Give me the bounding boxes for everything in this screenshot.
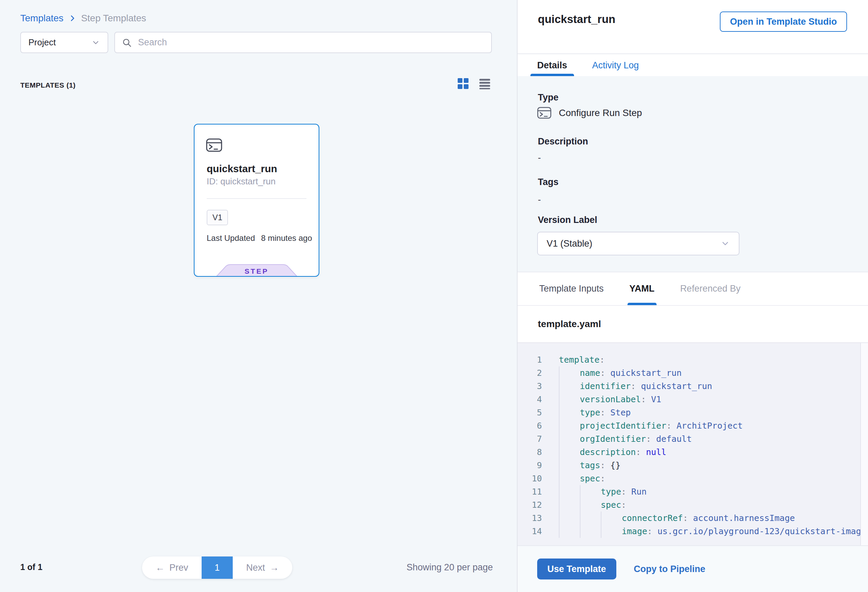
yaml-scrollbar[interactable]: [860, 343, 868, 545]
breadcrumb-templates-link[interactable]: Templates: [20, 13, 63, 24]
yaml-line: 9tags: {}: [518, 459, 868, 472]
panel-header: quickstart_run Open in Template Studio: [518, 0, 868, 54]
yaml-line: 7orgIdentifier: default: [518, 433, 868, 446]
type-value-row: Configure Run Step: [537, 106, 642, 119]
yaml-editor: 1template:2name: quickstart_run3identifi…: [518, 343, 868, 545]
panel-footer: Use Template Copy to Pipeline: [518, 545, 868, 592]
page-1-button[interactable]: 1: [202, 557, 233, 579]
updated-label: Last Updated: [207, 233, 255, 243]
search-box: [114, 32, 492, 53]
details-body: Type Configure Run Step Description - Ta…: [518, 76, 868, 272]
yaml-line: 3identifier: quickstart_run: [518, 379, 868, 393]
step-ribbon-label: STEP: [216, 267, 297, 275]
tags-value: -: [538, 195, 541, 205]
prev-page-button[interactable]: ← Prev: [142, 557, 202, 579]
tab-template-inputs[interactable]: Template Inputs: [537, 272, 606, 305]
description-value: -: [538, 152, 541, 163]
detail-subtabs: Template Inputs YAML Referenced By: [518, 272, 868, 306]
copy-to-pipeline-link[interactable]: Copy to Pipeline: [634, 564, 706, 574]
type-label: Type: [538, 92, 558, 103]
arrow-right-icon: →: [270, 562, 279, 573]
open-in-template-studio-button[interactable]: Open in Template Studio: [720, 12, 847, 32]
tab-yaml[interactable]: YAML: [627, 272, 657, 305]
view-toggles: [457, 78, 490, 89]
updated-value: 8 minutes ago: [261, 233, 312, 243]
tags-label: Tags: [538, 177, 558, 187]
panel-title: quickstart_run: [538, 13, 615, 26]
yaml-line: 2name: quickstart_run: [518, 366, 868, 379]
chevron-down-icon: [92, 38, 100, 47]
description-label: Description: [538, 136, 588, 147]
tab-yaml-label: YAML: [629, 283, 655, 294]
version-badge: V1: [207, 210, 228, 225]
arrow-left-icon: ←: [156, 562, 165, 573]
search-input[interactable]: [137, 37, 484, 48]
tab-activity-log[interactable]: Activity Log: [586, 55, 646, 76]
yaml-line: 1template:: [518, 353, 868, 366]
scope-select-value: Project: [28, 37, 56, 48]
card-updated: Last Updated 8 minutes ago: [207, 233, 312, 243]
template-details-panel: quickstart_run Open in Template Studio D…: [517, 0, 868, 592]
version-select-value: V1 (Stable): [547, 239, 592, 249]
yaml-line: 5type: Step: [518, 406, 868, 419]
version-label: Version Label: [538, 215, 597, 225]
per-page-info: Showing 20 per page: [372, 562, 493, 573]
terminal-icon: [537, 106, 551, 119]
type-value: Configure Run Step: [559, 108, 642, 118]
breadcrumb-current: Step Templates: [81, 13, 146, 24]
use-template-button[interactable]: Use Template: [537, 558, 616, 579]
active-tab-underline: [530, 74, 574, 76]
terminal-icon: [206, 138, 222, 154]
yaml-line: 10spec:: [518, 472, 868, 485]
yaml-line: 13connectorRef: account.harnessImage: [518, 511, 868, 525]
tab-details-label: Details: [537, 60, 567, 71]
pagination: ← Prev 1 Next →: [142, 557, 292, 579]
template-card[interactable]: quickstart_run ID: quickstart_run V1 Las…: [194, 124, 319, 277]
chevron-down-icon: [720, 239, 730, 248]
yaml-line: 12spec:: [518, 498, 868, 511]
yaml-line: 11type: Run: [518, 485, 868, 498]
template-list-panel: Templates Step Templates Project TEMPLAT…: [0, 0, 517, 592]
yaml-line: 8description: null: [518, 446, 868, 459]
templates-page: Templates Step Templates Project TEMPLAT…: [0, 0, 868, 592]
yaml-file-name: template.yaml: [538, 319, 601, 329]
breadcrumb: Templates Step Templates: [20, 13, 146, 24]
tab-referenced-by[interactable]: Referenced By: [678, 272, 743, 305]
scope-select[interactable]: Project: [20, 32, 108, 53]
pagination-summary: 1 of 1: [20, 562, 42, 572]
breadcrumb-chevron-icon: [68, 14, 77, 22]
yaml-line: 14image: us.gcr.io/playground-123/quicks…: [518, 525, 868, 538]
next-label: Next: [246, 562, 265, 573]
yaml-line: 6projectIdentifier: ArchitProject: [518, 419, 868, 433]
tab-details[interactable]: Details: [530, 55, 574, 76]
card-divider: [207, 198, 307, 199]
step-ribbon: STEP: [216, 264, 297, 277]
filter-bar: Project: [20, 32, 492, 53]
yaml-code: 1template:2name: quickstart_run3identifi…: [518, 343, 868, 538]
card-title: quickstart_run: [207, 163, 277, 174]
yaml-file-header: template.yaml: [518, 306, 868, 343]
prev-label: Prev: [170, 562, 188, 573]
version-select[interactable]: V1 (Stable): [537, 232, 740, 255]
next-page-button[interactable]: Next →: [233, 557, 292, 579]
grid-view-icon[interactable]: [457, 78, 469, 89]
card-id: ID: quickstart_run: [207, 176, 276, 187]
active-tab-underline: [627, 303, 657, 305]
yaml-line: 4versionLabel: V1: [518, 393, 868, 406]
panel-tabs: Details Activity Log: [518, 55, 868, 76]
templates-count-header: TEMPLATES (1): [20, 81, 76, 89]
search-icon: [122, 38, 132, 48]
list-view-icon[interactable]: [479, 78, 490, 89]
